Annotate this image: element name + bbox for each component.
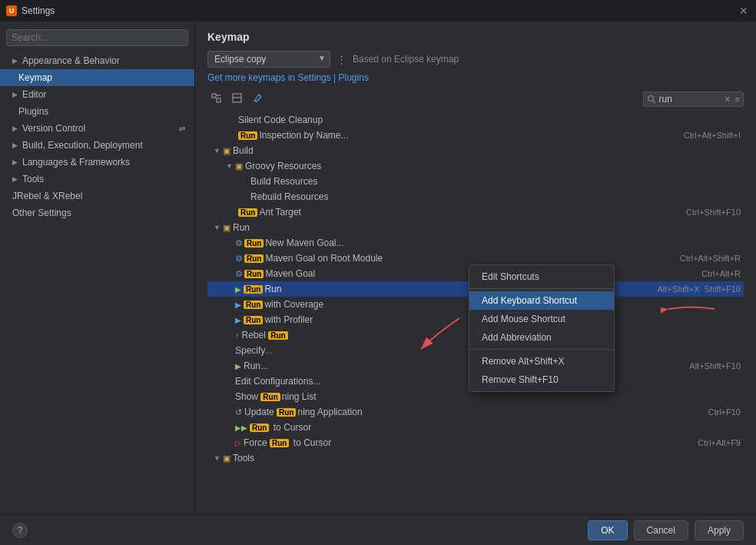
play-icon: ▶ — [235, 362, 241, 371]
arrow-icon: ▶ — [12, 141, 18, 149]
run-badge: Run — [244, 316, 263, 324]
tree-row[interactable]: Rebuild Resources — [207, 189, 744, 204]
sidebar-item-label: Version Control — [22, 123, 85, 134]
sidebar-item-languages[interactable]: ▶ Languages & Frameworks — [0, 154, 194, 171]
tree-row[interactable]: ▼ ▣ Tools — [207, 450, 744, 466]
arrow-icon: ▶ — [12, 175, 18, 183]
sidebar-item-label: Other Settings — [12, 208, 71, 218]
tree-row[interactable]: ⚙ Run New Maven Goal... — [207, 235, 744, 251]
context-menu-item-remove-shift[interactable]: Remove Shift+F10 — [469, 371, 614, 389]
help-button[interactable]: ? — [12, 523, 28, 538]
tree-row[interactable]: ▼ ▣ Build — [207, 143, 744, 158]
bottom-container: ? OK Cancel Apply — [0, 514, 756, 545]
tree-row[interactable]: ⚙ Run Maven Goal on Root Module Ctrl+Alt… — [207, 251, 744, 266]
expand-all-button[interactable] — [207, 91, 225, 108]
item-label: Maven Goal on Root Module — [265, 253, 673, 264]
tree-row[interactable]: Run Inspection by Name... Ctrl+Alt+Shift… — [207, 128, 744, 143]
tree-row[interactable]: ↺ Update Running Application Ctrl+F10 — [207, 404, 744, 420]
sidebar-item-label: Tools — [22, 174, 44, 184]
sidebar-item-jrebel[interactable]: JRebel & XRebel — [0, 188, 194, 204]
clear-search-button[interactable]: ✕ — [724, 95, 731, 105]
sidebar-item-version-control[interactable]: ▶ Version Control ⇄ — [0, 120, 194, 137]
sidebar-item-build[interactable]: ▶ Build, Execution, Deployment — [0, 137, 194, 154]
run-badge: Run — [238, 208, 257, 217]
main-layout: ▶ Appearance & Behavior Keymap ▶ Editor … — [0, 22, 756, 514]
arrow-icon: ▶ — [12, 91, 18, 98]
keymap-select[interactable]: Eclipse copy — [207, 51, 330, 68]
run-badge: Run — [244, 285, 263, 294]
play-icon: ▶ — [235, 285, 241, 294]
sidebar-item-appearance[interactable]: ▶ Appearance & Behavior — [0, 52, 194, 69]
tree-row[interactable]: ▼ ▣ Run — [207, 220, 744, 235]
apply-button[interactable]: Apply — [695, 520, 744, 540]
shortcut: Ctrl+Shift+F10 — [686, 208, 741, 217]
shortcut: Ctrl+Alt+F9 — [698, 438, 741, 447]
item-label: Silent Code Cleanup — [238, 115, 741, 125]
sidebar-item-tools[interactable]: ▶ Tools — [0, 171, 194, 188]
shortcut: Ctrl+F10 — [708, 407, 741, 417]
edit-button[interactable] — [249, 91, 267, 108]
sidebar-item-label: Appearance & Behavior — [22, 55, 120, 66]
context-menu-item-add-mouse[interactable]: Add Mouse Shortcut — [469, 310, 614, 328]
context-menu-item-add-abbreviation[interactable]: Add Abbreviation — [469, 328, 614, 347]
item-label: Run... — [244, 361, 683, 371]
shortcut: Ctrl+Alt+Shift+R — [680, 254, 741, 263]
collapse-icon — [232, 93, 242, 103]
profiler-icon: ▶ — [235, 316, 241, 324]
bottom-bar: ? OK Cancel Apply — [0, 514, 756, 545]
gear-icon: ⚙ — [235, 269, 243, 279]
gear-icon: ⚙ — [235, 254, 243, 264]
arrow-icon: ▶ — [12, 57, 18, 65]
context-menu-item-edit-shortcuts[interactable]: Edit Shortcuts — [469, 268, 614, 286]
tree-row[interactable]: ▷ Force Run to Cursor Ctrl+Alt+F9 — [207, 435, 744, 450]
tree-row[interactable]: ▼ ▣ Groovy Resources — [207, 158, 744, 174]
tree-arrow-icon: ▼ — [226, 162, 235, 170]
sidebar-item-keymap[interactable]: Keymap — [0, 69, 194, 86]
app-icon: U — [6, 5, 17, 16]
sidebar-search-input[interactable] — [6, 29, 188, 46]
sidebar-item-plugins[interactable]: Plugins — [0, 103, 194, 120]
ok-button[interactable]: OK — [588, 520, 627, 540]
close-button[interactable]: ✕ — [738, 5, 750, 17]
item-label: Show Running List — [235, 391, 741, 402]
svg-line-7 — [653, 101, 655, 103]
sidebar-item-editor[interactable]: ▶ Editor — [0, 86, 194, 103]
context-menu-item-add-keyboard[interactable]: Add Keyboard Shortcut — [469, 291, 614, 310]
tree-row[interactable]: Build Resources — [207, 174, 744, 189]
context-menu-separator — [469, 349, 614, 350]
cancel-button[interactable]: Cancel — [634, 520, 688, 540]
run-badge: Run — [244, 239, 264, 248]
sidebar-item-label: Keymap — [18, 72, 52, 83]
context-menu-item-remove-alt[interactable]: Remove Alt+Shift+X — [469, 352, 614, 371]
shortcut: Alt+Shift+X Shift+F10 — [657, 284, 741, 294]
tree-area[interactable]: Silent Code Cleanup Run Inspection by Na… — [207, 112, 744, 508]
item-label: Ant Target — [259, 207, 680, 218]
item-label: New Maven Goal... — [265, 238, 741, 248]
item-label: Force Run to Cursor — [244, 437, 691, 448]
sidebar: ▶ Appearance & Behavior Keymap ▶ Editor … — [0, 22, 195, 514]
keymap-options-icon[interactable]: ⋮ — [337, 54, 346, 65]
tree-row[interactable]: Silent Code Cleanup — [207, 112, 744, 128]
collapse-all-button[interactable] — [228, 91, 246, 108]
svg-line-5 — [254, 101, 257, 101]
tree-row[interactable]: Run Ant Target Ctrl+Shift+F10 — [207, 204, 744, 220]
tree-row[interactable]: ▶▶ Run to Cursor — [207, 420, 744, 435]
gear-icon: ⚙ — [235, 238, 243, 248]
sidebar-item-other[interactable]: Other Settings — [0, 204, 194, 221]
rebel-icon: ↑ — [235, 331, 240, 340]
search-input[interactable]: run — [659, 94, 721, 105]
svg-rect-1 — [217, 98, 220, 102]
sidebar-item-label: Plugins — [18, 106, 48, 117]
folder-icon: ▣ — [235, 161, 243, 171]
search-match-icon: ≡ — [735, 95, 740, 104]
keymap-plugins-link[interactable]: Get more keymaps in Settings | Plugins — [207, 72, 369, 83]
update-icon: ↺ — [235, 407, 242, 417]
sync-icon: ⇄ — [179, 125, 185, 133]
context-menu: Edit Shortcuts Add Keyboard Shortcut Add… — [469, 264, 615, 392]
sidebar-item-label: Editor — [22, 89, 46, 100]
item-label: Rebuild Resources — [250, 191, 741, 202]
window-title: Settings — [22, 5, 55, 16]
search-icon — [647, 95, 656, 104]
folder-icon: ▣ — [223, 223, 230, 233]
force-run-icon: ▷ — [235, 439, 241, 447]
